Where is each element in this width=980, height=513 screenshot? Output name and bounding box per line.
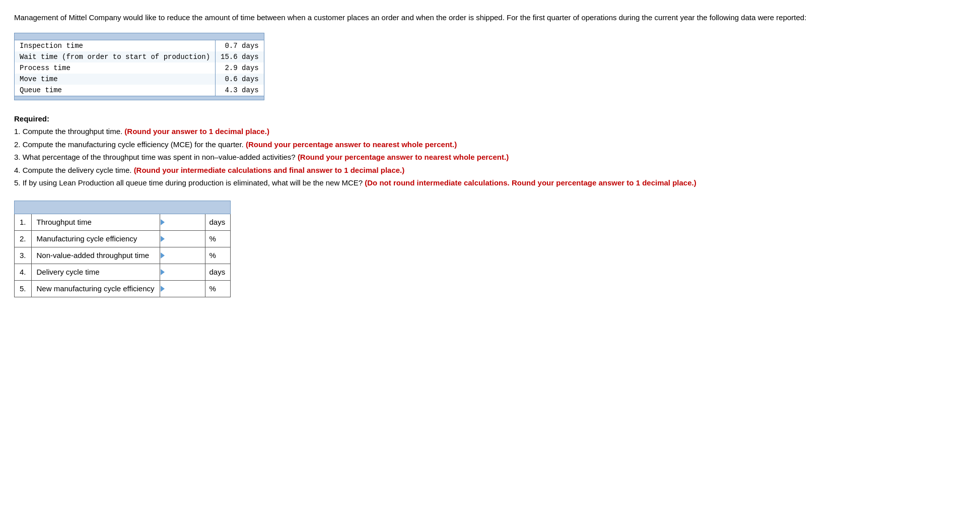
answer-input[interactable] [160,264,205,280]
given-data-row: Inspection time 0.7 days [15,40,264,51]
answer-input-cell[interactable] [160,264,205,280]
required-item-1: 1. Compute the throughput time. (Round y… [14,125,966,138]
answer-input[interactable] [160,247,205,264]
answer-input-cell[interactable] [160,214,205,230]
required-item-5: 5. If by using Lean Production all queue… [14,176,966,189]
given-data-value: 0.7 days [216,40,264,51]
required-number: 4. [14,166,21,174]
answer-row: 1. Throughput time days [15,214,231,230]
answer-row-num: 3. [15,247,32,264]
required-text-plain: Compute the manufacturing cycle efficien… [23,140,244,149]
answer-row-num: 2. [15,230,32,247]
required-number: 2. [14,140,21,149]
required-item-3: 3. What percentage of the throughput tim… [14,151,966,164]
given-data-label: Wait time (from order to start of produc… [15,51,216,62]
required-text-plain: Compute the delivery cycle time. [23,166,132,174]
answer-input-cell[interactable] [160,247,205,264]
answer-row-num: 1. [15,214,32,230]
answer-row: 2. Manufacturing cycle efficiency % [15,230,231,247]
given-data-row: Move time 0.6 days [15,74,264,85]
answer-input[interactable] [160,231,205,247]
answer-input[interactable] [160,214,205,230]
answer-row-label: Delivery cycle time [31,264,160,280]
answer-unit: days [205,214,230,230]
answer-unit: % [205,247,230,264]
given-data-value: 2.9 days [216,62,264,74]
answer-input-cell[interactable] [160,280,205,297]
given-data-value: 0.6 days [216,74,264,85]
given-data-row: Queue time 4.3 days [15,85,264,96]
data-table-footer [15,96,264,100]
answer-row-label: Throughput time [31,214,160,230]
answer-table-header [15,201,231,214]
required-text-red: (Round your intermediate calculations an… [134,166,405,174]
answer-row-num: 5. [15,280,32,297]
answer-input-cell[interactable] [160,230,205,247]
given-data-row: Process time 2.9 days [15,62,264,74]
required-item-2: 2. Compute the manufacturing cycle effic… [14,138,966,151]
answer-row-label: Manufacturing cycle efficiency [31,230,160,247]
given-data-label: Move time [15,74,216,85]
answer-unit: days [205,264,230,280]
required-item-4: 4. Compute the delivery cycle time. (Rou… [14,164,966,177]
given-data-value: 4.3 days [216,85,264,96]
answer-row: 5. New manufacturing cycle efficiency % [15,280,231,297]
given-data-row: Wait time (from order to start of produc… [15,51,264,62]
given-data-value: 15.6 days [216,51,264,62]
required-text-plain: What percentage of the throughput time w… [23,153,296,161]
required-text-red: (Round your percentage answer to nearest… [246,140,457,149]
given-data-label: Inspection time [15,40,216,51]
intro-paragraph: Management of Mittel Company would like … [14,12,966,24]
data-table-header [15,33,264,40]
required-text-red: (Round your percentage answer to nearest… [298,153,509,161]
answer-unit: % [205,280,230,297]
answer-row-num: 4. [15,264,32,280]
given-data-label: Process time [15,62,216,74]
given-data-label: Queue time [15,85,216,96]
required-number: 5. [14,178,21,187]
given-data-table: Inspection time 0.7 days Wait time (from… [14,33,264,100]
answer-row: 4. Delivery cycle time days [15,264,231,280]
required-section: Required: 1. Compute the throughput time… [14,112,966,189]
required-label: Required: [14,114,49,123]
answer-row-label: New manufacturing cycle efficiency [31,280,160,297]
required-text-red: (Do not round intermediate calculations.… [365,178,696,187]
answer-unit: % [205,230,230,247]
answer-row: 3. Non-value-added throughput time % [15,247,231,264]
answer-row-label: Non-value-added throughput time [31,247,160,264]
required-text-red: (Round your answer to 1 decimal place.) [124,127,269,136]
required-number: 3. [14,153,21,161]
required-text-plain: If by using Lean Production all queue ti… [23,178,363,187]
required-number: 1. [14,127,21,136]
required-text-plain: Compute the throughput time. [23,127,122,136]
answer-input[interactable] [160,281,205,297]
answer-table: 1. Throughput time days 2. Manufacturing… [14,201,231,297]
